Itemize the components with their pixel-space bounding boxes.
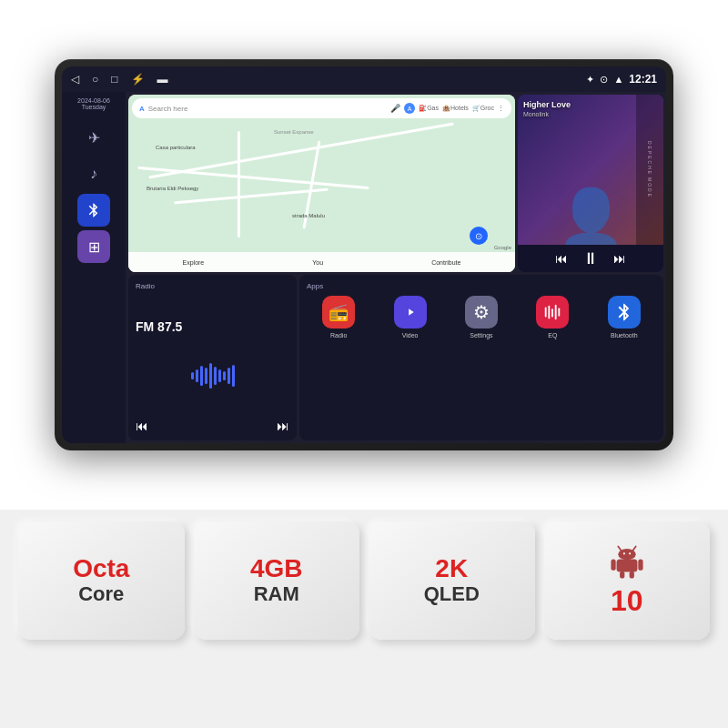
- android-version: 10: [611, 584, 643, 618]
- svg-rect-15: [620, 571, 624, 579]
- location-pin: ⊙: [470, 227, 488, 245]
- back-icon[interactable]: ◁: [71, 73, 79, 86]
- svg-line-8: [632, 546, 635, 550]
- android-spec: 10: [607, 542, 647, 618]
- svg-rect-12: [616, 559, 637, 571]
- radio-next-button[interactable]: ⏭: [277, 419, 289, 433]
- wave-bar-10: [232, 365, 235, 387]
- song-artist: Monolink: [523, 111, 549, 117]
- clock-display: 12:21: [629, 73, 657, 86]
- radio-controls: ⏮ ⏭: [136, 419, 289, 433]
- radio-app-icon: 📻: [322, 296, 355, 329]
- map-body: A Search here 🎤 A ⛽Gas 🏨Hotels 🛒Groc ⋮: [128, 95, 515, 272]
- app-settings[interactable]: ⚙ Settings: [465, 296, 498, 339]
- video-app-label: Video: [402, 332, 419, 339]
- spec-card-display: 2K QLED: [369, 521, 535, 640]
- eq-app-label: EQ: [548, 332, 557, 339]
- bluetooth-app-label: Bluetooth: [611, 332, 638, 339]
- map-background: A Search here 🎤 A ⛽Gas 🏨Hotels 🛒Groc ⋮: [128, 95, 515, 272]
- product-container: ◁ ○ □ ⚡ ▬ ✦ ⊙ ▲ 12:21 2024-08: [0, 0, 728, 510]
- contribute-link[interactable]: Contribute: [431, 259, 460, 266]
- status-bar: ◁ ○ □ ⚡ ▬ ✦ ⊙ ▲ 12:21: [62, 66, 666, 92]
- usb-icon: ⚡: [131, 73, 145, 86]
- wifi-status-icon: ▲: [613, 74, 623, 85]
- map-search-placeholder: Search here: [148, 105, 387, 113]
- radio-app-label: Radio: [330, 332, 347, 339]
- next-button[interactable]: ⏭: [613, 251, 626, 266]
- google-maps-logo: A: [139, 105, 145, 113]
- wave-bar-3: [200, 366, 203, 386]
- screenshot-icon: ▬: [157, 73, 168, 86]
- map-label-casa: Casa particulara: [156, 145, 196, 150]
- spec-display-line1: 2K: [435, 555, 468, 583]
- location-status-icon: ⊙: [600, 74, 608, 86]
- gas-icon[interactable]: ⛽Gas: [419, 105, 439, 112]
- svg-point-9: [618, 549, 635, 560]
- sidebar-bluetooth[interactable]: [77, 194, 110, 227]
- top-row: A Search here 🎤 A ⛽Gas 🏨Hotels 🛒Groc ⋮: [128, 95, 663, 272]
- specs-bar: Octa Core 4GB RAM 2K QLED: [0, 510, 728, 651]
- map-label-strada: strada Malulu: [292, 213, 325, 218]
- svg-line-7: [618, 546, 621, 550]
- svg-rect-6: [559, 308, 561, 316]
- settings-app-icon: ⚙: [465, 296, 498, 329]
- date-day: Tuesday: [77, 104, 110, 110]
- sidebar-navigate[interactable]: ✈: [77, 121, 110, 154]
- wave-bar-8: [223, 371, 226, 380]
- map-search-bar[interactable]: A Search here 🎤 A ⛽Gas 🏨Hotels 🛒Groc ⋮: [132, 98, 511, 118]
- svg-point-10: [623, 552, 625, 554]
- pause-button[interactable]: ⏸: [582, 249, 599, 268]
- wave-bars-container: [191, 363, 235, 389]
- artist-silhouette: 👤: [557, 185, 625, 245]
- radio-widget: Radio FM 87.5: [128, 275, 297, 440]
- playback-controls: ⏮ ⏸ ⏭: [518, 245, 663, 272]
- eq-app-icon: [536, 296, 569, 329]
- spec-card-android: 10: [544, 521, 711, 640]
- google-watermark: Google: [494, 245, 511, 250]
- nav-buttons: ◁ ○ □ ⚡ ▬: [71, 73, 168, 86]
- sidebar-layers[interactable]: ⊞: [77, 230, 110, 263]
- svg-rect-14: [638, 559, 642, 570]
- bluetooth-app-icon: [608, 296, 641, 329]
- radio-prev-button[interactable]: ⏮: [136, 419, 148, 433]
- you-link[interactable]: You: [312, 259, 323, 266]
- svg-rect-16: [629, 571, 633, 579]
- status-icons: ✦ ⊙ ▲ 12:21: [586, 73, 657, 86]
- spec-ram-line1: 4GB: [250, 555, 303, 583]
- apps-label: Apps: [307, 282, 656, 290]
- hotels-icon[interactable]: 🏨Hotels: [442, 105, 469, 112]
- mic-icon[interactable]: 🎤: [390, 104, 400, 113]
- app-eq[interactable]: EQ: [536, 296, 569, 339]
- song-title: Higher Love: [523, 100, 571, 109]
- app-video[interactable]: Video: [394, 296, 427, 339]
- app-bluetooth[interactable]: Bluetooth: [608, 296, 641, 339]
- bottom-row: Radio FM 87.5: [128, 275, 663, 440]
- explore-link[interactable]: Explore: [183, 259, 205, 266]
- map-widget[interactable]: A Search here 🎤 A ⛽Gas 🏨Hotels 🛒Groc ⋮: [128, 95, 515, 272]
- recents-icon[interactable]: □: [111, 73, 117, 86]
- device-shell: ◁ ○ □ ⚡ ▬ ✦ ⊙ ▲ 12:21 2024-08: [55, 59, 673, 450]
- wave-bar-1: [191, 372, 194, 379]
- app-radio[interactable]: 📻 Radio: [322, 296, 355, 339]
- svg-rect-2: [545, 308, 547, 318]
- apps-grid: 📻 Radio Video ⚙: [307, 296, 656, 339]
- prev-button[interactable]: ⏮: [555, 251, 568, 266]
- video-app-icon: [394, 296, 427, 329]
- wave-bar-6: [214, 367, 217, 385]
- more-icon[interactable]: ⋮: [498, 105, 504, 112]
- main-content: A Search here 🎤 A ⛽Gas 🏨Hotels 🛒Groc ⋮: [126, 92, 666, 443]
- home-icon[interactable]: ○: [92, 73, 98, 86]
- sidebar-music[interactable]: ♪: [77, 157, 110, 190]
- radio-waveform: [136, 362, 289, 389]
- maps-a-icon: A: [404, 103, 415, 114]
- spec-card-ram: 4GB RAM: [194, 521, 360, 640]
- map-label-brutaria: Brutaria Eldi Peksegy: [147, 186, 198, 191]
- radio-frequency: FM 87.5: [136, 319, 289, 334]
- spec-display-line2: QLED: [424, 583, 480, 605]
- groceries-icon[interactable]: 🛒Groc: [472, 105, 494, 112]
- device-screen: ◁ ○ □ ⚡ ▬ ✦ ⊙ ▲ 12:21 2024-08: [62, 66, 666, 443]
- spec-octa-line2: Core: [78, 583, 124, 605]
- apps-widget: Apps 📻 Radio Video: [299, 275, 663, 440]
- wave-bar-7: [218, 369, 221, 382]
- radio-wave-row: [136, 362, 289, 389]
